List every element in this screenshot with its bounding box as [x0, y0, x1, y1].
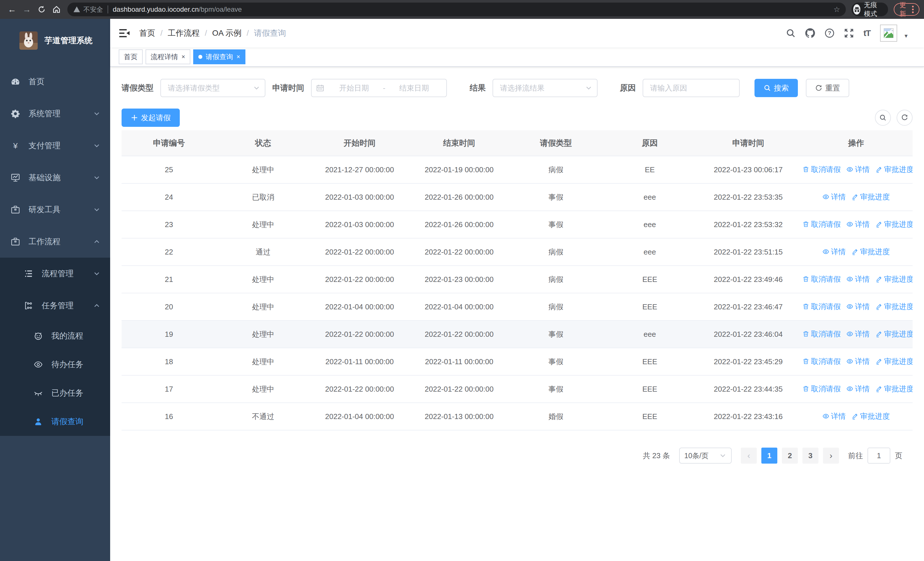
- progress-link[interactable]: 审批进度: [876, 329, 913, 339]
- apply-time-range-picker[interactable]: 开始日期 - 结束日期: [311, 79, 447, 97]
- cell-end: 2022-01-19 00:00:00: [409, 156, 509, 183]
- create-leave-button[interactable]: 发起请假: [122, 108, 180, 127]
- cell-id: 20: [122, 293, 216, 320]
- prev-page-button[interactable]: ‹: [741, 448, 757, 463]
- reason-input[interactable]: [643, 79, 740, 97]
- app-logo[interactable]: 芋道管理系统: [0, 19, 110, 62]
- browser-reload-icon[interactable]: [34, 2, 49, 17]
- browser-forward-icon[interactable]: →: [20, 2, 34, 17]
- not-secure-warning[interactable]: 不安全: [73, 5, 103, 14]
- sidebar-item-process-mgmt[interactable]: 流程管理: [0, 258, 110, 290]
- cell-actions: 取消请假详情审批进度: [800, 375, 913, 403]
- leave-type-select[interactable]: [160, 79, 266, 97]
- sidebar-item-infra[interactable]: 基础设施: [0, 162, 110, 194]
- sidebar-item-done-task[interactable]: 已办任务: [0, 379, 110, 407]
- cell-start: 2022-01-22 00:00:00: [310, 320, 409, 348]
- eye-icon: [846, 221, 853, 228]
- close-icon[interactable]: ×: [237, 53, 240, 60]
- sidebar-item-label: 已办任务: [51, 388, 83, 399]
- sidebar-item-leave-query[interactable]: 请假查询: [0, 407, 110, 436]
- browser-menu-icon[interactable]: [912, 6, 914, 13]
- avatar[interactable]: [880, 24, 897, 42]
- detail-link[interactable]: 详情: [846, 220, 870, 229]
- bookmark-star-icon[interactable]: ☆: [834, 5, 840, 14]
- tab-process-detail[interactable]: 流程详情×: [146, 50, 190, 64]
- goto-page-input[interactable]: [867, 448, 890, 463]
- cancel-leave-link[interactable]: 取消请假: [802, 220, 841, 229]
- sidebar-item-todo-task[interactable]: 待办任务: [0, 350, 110, 379]
- search-button[interactable]: 搜索: [754, 79, 798, 97]
- detail-link[interactable]: 详情: [846, 329, 870, 339]
- hamburger-icon[interactable]: [119, 27, 130, 39]
- github-icon[interactable]: [805, 28, 815, 38]
- detail-link[interactable]: 详情: [846, 302, 870, 311]
- sidebar-item-payment[interactable]: ¥支付管理: [0, 130, 110, 162]
- refresh-table-button[interactable]: [897, 110, 913, 126]
- page-1-button[interactable]: 1: [761, 448, 777, 463]
- cell-status: 处理中: [216, 293, 310, 320]
- toggle-search-button[interactable]: [875, 110, 891, 126]
- tab-home[interactable]: 首页: [119, 50, 142, 64]
- progress-link[interactable]: 审批进度: [852, 247, 890, 257]
- detail-link[interactable]: 详情: [846, 356, 870, 367]
- font-size-icon[interactable]: tT: [864, 28, 870, 38]
- page-size-select[interactable]: [679, 448, 732, 463]
- sidebar-item-devtools[interactable]: 研发工具: [0, 194, 110, 226]
- breadcrumb-item[interactable]: 首页: [139, 28, 155, 39]
- sidebar-item-system[interactable]: 系统管理: [0, 98, 110, 130]
- chrome-update-button[interactable]: 更新: [894, 3, 920, 16]
- sidebar-item-label: 工作流程: [28, 236, 60, 247]
- progress-link[interactable]: 审批进度: [876, 384, 913, 394]
- cell-actions: 取消请假详情审批进度: [800, 266, 913, 293]
- tab-leave-query[interactable]: 请假查询×: [193, 50, 245, 64]
- cancel-leave-link[interactable]: 取消请假: [802, 356, 841, 367]
- progress-link[interactable]: 审批进度: [876, 356, 913, 367]
- page-2-button[interactable]: 2: [782, 448, 798, 463]
- cancel-leave-link[interactable]: 取消请假: [802, 384, 841, 394]
- avatar-caret-icon[interactable]: ▼: [903, 33, 909, 39]
- progress-link[interactable]: 审批进度: [876, 220, 913, 229]
- sidebar-item-my-process[interactable]: 我的流程: [0, 322, 110, 350]
- sidebar-item-home[interactable]: 首页: [0, 66, 110, 98]
- plus-icon: [131, 114, 138, 122]
- table-row: 20处理中2022-01-04 00:00:002022-01-04 00:00…: [122, 293, 913, 320]
- detail-link[interactable]: 详情: [822, 411, 846, 421]
- browser-back-icon[interactable]: ←: [4, 2, 20, 17]
- cancel-leave-link[interactable]: 取消请假: [802, 274, 841, 284]
- breadcrumb-item[interactable]: 工作流程: [168, 28, 200, 39]
- breadcrumb-item[interactable]: OA 示例: [212, 28, 242, 39]
- eye-icon: [822, 413, 829, 420]
- reset-button[interactable]: 重置: [806, 79, 849, 97]
- cell-apply_time: 2022-01-22 23:46:47: [697, 293, 800, 320]
- header-search-icon[interactable]: [786, 28, 796, 38]
- progress-link[interactable]: 审批进度: [852, 411, 890, 421]
- close-icon[interactable]: ×: [182, 53, 185, 60]
- incognito-icon: [853, 4, 860, 15]
- briefcase-icon: [11, 237, 20, 246]
- sidebar-item-task-mgmt[interactable]: 任务管理: [0, 290, 110, 322]
- detail-link[interactable]: 详情: [846, 274, 870, 284]
- result-select[interactable]: [492, 79, 597, 97]
- sidebar-item-workflow[interactable]: 工作流程: [0, 226, 110, 258]
- refresh-icon: [901, 114, 908, 122]
- detail-link[interactable]: 详情: [846, 384, 870, 394]
- progress-link[interactable]: 审批进度: [876, 274, 913, 284]
- help-icon[interactable]: ?: [825, 28, 834, 38]
- next-page-button[interactable]: ›: [823, 448, 839, 463]
- cell-status: 不通过: [216, 403, 310, 430]
- detail-link[interactable]: 详情: [822, 247, 846, 257]
- progress-link[interactable]: 审批进度: [876, 164, 913, 174]
- progress-link[interactable]: 审批进度: [852, 192, 890, 202]
- cell-apply_time: 2022-01-22 23:53:32: [697, 211, 800, 238]
- url-bar[interactable]: 不安全 dashboard.yudao.iocoder.cn/bpm/oa/le…: [68, 3, 846, 16]
- detail-link[interactable]: 详情: [846, 164, 870, 174]
- eye-icon: [846, 303, 853, 310]
- browser-home-icon[interactable]: [49, 2, 64, 17]
- cancel-leave-link[interactable]: 取消请假: [802, 329, 841, 339]
- page-3-button[interactable]: 3: [802, 448, 818, 463]
- detail-link[interactable]: 详情: [822, 192, 846, 202]
- cancel-leave-link[interactable]: 取消请假: [802, 164, 841, 174]
- cancel-leave-link[interactable]: 取消请假: [802, 302, 841, 311]
- progress-link[interactable]: 审批进度: [876, 302, 913, 311]
- fullscreen-icon[interactable]: [844, 28, 854, 38]
